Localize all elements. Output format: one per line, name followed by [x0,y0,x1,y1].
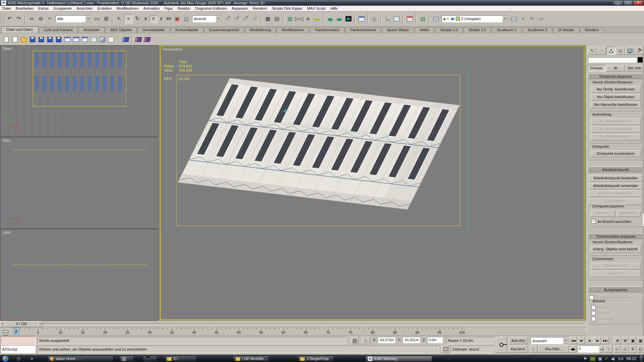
zoom-icon[interactable]: ⊕ [614,337,621,344]
selection-lock-toggle[interactable] [351,337,358,344]
nur-hierarchie-beeinflussen-button[interactable]: Nur Hierarchie beeinflussen [591,102,641,108]
axis-y-button[interactable]: Y [150,15,157,23]
time-configuration-button[interactable]: ◔ [604,345,612,353]
z-coordinate-field[interactable]: 0,0m [427,337,443,343]
next-frame-button[interactable]: ‖▶ [594,337,601,344]
zoom-region-icon[interactable]: ⊞ [622,337,629,344]
tab-helfer[interactable]: Helfer [415,27,434,33]
nur-drehp-beeinflussen-button[interactable]: Nur Drehp. beeinflussen [591,86,641,93]
key-mode-toggle[interactable]: ◀▶ [570,345,576,353]
maxscript-mini-listener[interactable]: AXScript. [1,345,36,353]
go-to-end-button[interactable]: ▶▶| [602,337,609,344]
isometric-toggle[interactable] [441,346,449,353]
chevron-down-icon[interactable]: ▾ [563,338,569,344]
previous-frame-button[interactable]: ◀‖ [578,337,585,344]
macro-recorder-field[interactable] [1,337,36,345]
tab-hierarchy[interactable] [606,47,615,55]
default-in-out-tangents-button[interactable]: ∿ [529,345,537,353]
menu-extras[interactable]: Extras [36,6,51,11]
tab-zusammengesetzt[interactable]: Zusammengesetzt [204,27,244,33]
viewport-front[interactable]: Vorn zxy [0,137,158,228]
open-file-icon[interactable] [19,35,28,44]
tab-motion[interactable]: ◎ [616,47,625,55]
select-and-link-icon[interactable]: ∞ [27,14,36,23]
task-firefox[interactable]: lablue Home - ... [47,356,113,362]
menu-hilfe[interactable]: Hilfe [328,6,340,11]
menu-anpassen[interactable]: Anpassen [229,6,251,11]
transformation-anpassen-header[interactable]: -Transformation anpassen [588,233,643,239]
isolate-selection-icon[interactable]: ▧ [272,14,281,23]
tab-skripte-1-0[interactable]: Skripte 1.0 [435,27,463,33]
task-folder-finja[interactable]: J:\Single\Finja [298,356,334,362]
snap-center-icon[interactable]: ◫ [182,14,191,23]
render-type-icon[interactable] [335,14,344,23]
object-properties-icon[interactable] [89,35,98,44]
save-file-icon[interactable] [28,35,37,44]
toolbar-drag-handle[interactable] [1,13,4,24]
tab-konturobjekte[interactable]: Konturobjekte [170,27,203,33]
import-icon[interactable] [63,35,72,44]
volume-icon[interactable]: ◀) [611,357,615,361]
percent-snap-icon[interactable]: ∩% [241,14,250,23]
menu-animation[interactable]: Animation [141,6,162,11]
language-flag-icon[interactable]: ⚑ [584,357,587,361]
absolute-mode-toggle[interactable]: ⊹ [362,337,370,344]
task-photoshop[interactable]: Ps [143,356,157,362]
arbeitsdrehpunkt-verwenden-button[interactable]: Arbeitsdrehpunkt verwenden [589,183,643,189]
window-crossing-icon[interactable]: ⊞ [102,14,111,23]
layer-dropdown[interactable]: ◉↖0 (Vorgabe)▾ [442,15,508,22]
redo-icon[interactable]: ↷ [14,14,23,23]
edit-named-selections-icon[interactable]: ▦ [263,14,272,23]
time-slider-handle[interactable]: 0 / 100 [5,321,38,327]
minimize-button[interactable]: ▁ [613,0,623,5]
select-and-rotate-icon[interactable]: ↻ [133,14,142,23]
tab-rendern[interactable]: Rendern [580,27,604,33]
material-editor-icon[interactable] [383,14,392,23]
reference-coordinate-dropdown[interactable]: Ansicht▾ [192,15,222,22]
drehpunkt-zur-cksetzen-button[interactable]: Drehpunkt zurücksetzen [591,150,641,157]
snap-toggle-3d-icon[interactable]: ∩3 [223,14,232,23]
tab-datei-und-daten[interactable]: Datei und Daten [1,26,38,33]
time-slider-track[interactable] [1,323,585,325]
menu-erstellen[interactable]: Erstellen [95,6,114,11]
mirror-icon[interactable]: ▷◁ [294,14,304,23]
rotation-checkbox[interactable]: Rotation [591,311,640,315]
tab-licht-und-kamera[interactable]: Licht und Kamera [39,27,78,33]
layer-box-icon[interactable]: ▱ [537,14,546,23]
tab-soulbourn-2[interactable]: Soulbourn 2 [523,27,552,33]
viewport-perspective[interactable]: Perspektive Total Polys:273.612 Verts:14… [160,46,585,320]
menu-figur[interactable]: Figur [162,6,175,11]
menu-max-script[interactable]: MAX Script [305,6,328,11]
select-and-move-icon[interactable]: + [124,14,133,23]
blank-swatch-icon[interactable] [107,35,115,44]
unterg-objekte-nicht-beeinfl-button[interactable]: Unterg. Objekte nicht beeinfl. [591,246,641,253]
an-ansicht-ausrichten-checkbox[interactable]: ✓An Ansicht ausrichten [591,219,640,224]
tab-modify[interactable]: ◔ [597,47,606,55]
arbeitsdrehpunkt-bearbeiten-button[interactable]: Arbeitsdrehpunkt bearbeiten [589,175,643,182]
time-slider-next-button[interactable]: > [38,321,43,327]
current-frame-field[interactable]: 0 [578,346,599,353]
subtab-ik[interactable]: IK [606,65,625,71]
new-layer-icon[interactable] [509,14,519,23]
save-selected-icon[interactable] [54,35,63,44]
viewport-top[interactable]: Oben yxz [0,46,158,136]
tab-soulbourn-1[interactable]: Soulbourn 1 [492,27,522,33]
nur-objekt-beeinflussen-button[interactable]: Nur Objekt beeinflussen [591,94,641,101]
menu-datei[interactable]: Datei [0,6,13,11]
menu-rendern[interactable]: Rendern [251,6,269,11]
select-and-manipulate-icon[interactable]: ▣ [173,14,182,23]
quick-launch-ie-icon[interactable]: e [29,356,35,361]
show-desktop-button[interactable] [639,355,643,362]
axis-x-button[interactable]: X [142,15,150,23]
open-recent-icon[interactable] [11,35,19,44]
tab-space-warps[interactable]: Space Warps [382,27,414,33]
save-copy-icon[interactable] [46,35,54,44]
selection-filter-dropdown[interactable]: Alle▾ [56,15,91,22]
object-name-field[interactable] [588,57,637,63]
menu-skripte-dirk-kipper[interactable]: Skripte Dirk Kipper [269,6,305,11]
maximize-button[interactable]: ▢ [623,0,633,5]
spinner-snap-icon[interactable]: ∩↕ [250,14,259,23]
file-properties-icon[interactable] [72,35,80,44]
pan-icon[interactable]: ◇ [622,345,629,353]
tab-utilities[interactable] [635,47,644,55]
